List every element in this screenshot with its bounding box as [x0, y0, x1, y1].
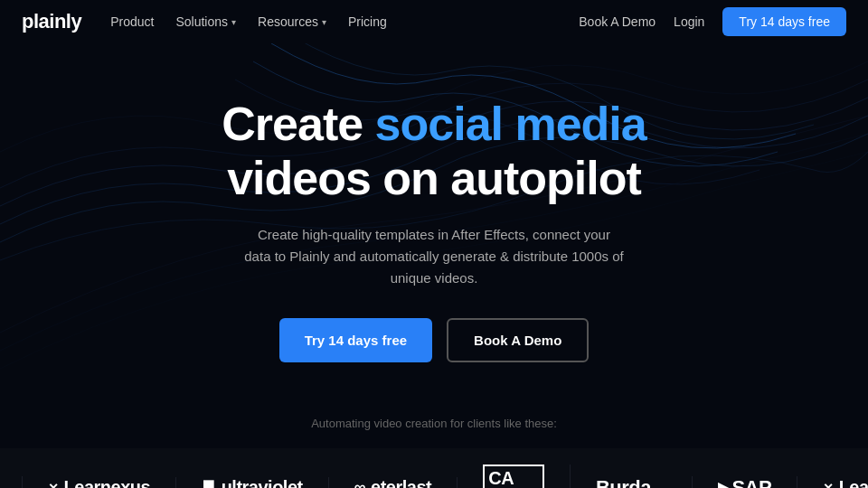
hero-section: Create social media videos on autopilot … — [0, 43, 868, 399]
learnexus-icon: ✕ — [48, 481, 59, 488]
client-logo-sap2: ▶ SAP — [693, 476, 797, 488]
client-burda-text: Burda... — [596, 476, 666, 488]
clients-section: Automating video creation for clients li… — [0, 399, 868, 488]
client-sap2-text: ▶ SAP — [718, 476, 771, 488]
nav-right: Book A Demo Login Try 14 days free — [579, 7, 846, 36]
client-logo-ultraviolet: ⛊ ultraviolet — [176, 477, 329, 488]
logo[interactable]: plainly — [22, 10, 81, 33]
ultraviolet-icon: ⛊ — [202, 480, 216, 488]
client-learnexus2-text: ✕ Learnexus — [823, 477, 868, 488]
clients-label: Automating video creation for clients li… — [0, 417, 868, 430]
learnexus2-icon: ✕ — [823, 481, 834, 488]
chevron-down-icon: ▾ — [231, 17, 236, 27]
nav-item-resources[interactable]: Resources ▾ — [258, 14, 326, 29]
client-learnexus-text: ✕ Learnexus — [48, 477, 150, 488]
client-logo-sap: ▶ SAP — [0, 476, 23, 488]
hero-buttons: Try 14 days free Book A Demo — [222, 318, 646, 362]
nav-item-pricing[interactable]: Pricing — [348, 14, 387, 29]
nav-link-product[interactable]: Product — [110, 14, 154, 29]
nav-left: plainly Product Solutions ▾ Resources ▾ — [22, 10, 387, 33]
nav-link-solutions[interactable]: Solutions ▾ — [175, 14, 236, 29]
hero-demo-button[interactable]: Book A Demo — [447, 318, 589, 362]
client-ultraviolet-text: ⛊ ultraviolet — [202, 477, 303, 488]
headline-highlight-text: social media — [375, 98, 646, 150]
client-logo-burda: Burda... — [571, 476, 693, 488]
chevron-down-icon: ▾ — [322, 17, 326, 27]
nav-link-resources[interactable]: Resources ▾ — [258, 14, 326, 29]
client-logo-eterlast: ∞ eterlast — [329, 477, 458, 488]
hero-headline: Create social media videos on autopilot — [222, 98, 646, 206]
nav-links: Product Solutions ▾ Resources ▾ Pricing — [110, 14, 387, 29]
client-cady-text: CA DY — [483, 465, 544, 488]
clients-logos: ▶ SAP ✕ Learnexus ⛊ ultraviolet ∞ eterla… — [0, 448, 868, 488]
hero-try-button[interactable]: Try 14 days free — [279, 318, 432, 362]
headline-end-text: videos on autopilot — [227, 152, 641, 204]
eterlast-icon: ∞ — [354, 478, 365, 488]
nav-book-demo-link[interactable]: Book A Demo — [579, 14, 656, 29]
nav-login-link[interactable]: Login — [674, 14, 704, 29]
client-eterlast-text: ∞ eterlast — [354, 477, 432, 488]
hero-content: Create social media videos on autopilot … — [222, 98, 646, 362]
client-logo-learnexus: ✕ Learnexus — [23, 477, 176, 488]
hero-subtext: Create high-quality templates in After E… — [244, 224, 624, 289]
nav-try-button[interactable]: Try 14 days free — [722, 7, 846, 36]
nav-item-product[interactable]: Product — [110, 14, 154, 29]
nav-item-solutions[interactable]: Solutions ▾ — [175, 14, 236, 29]
nav-link-pricing[interactable]: Pricing — [348, 14, 387, 29]
navbar: plainly Product Solutions ▾ Resources ▾ — [0, 0, 868, 43]
client-logo-cady: CA DY — [458, 465, 571, 488]
sap2-icon: ▶ — [718, 479, 729, 488]
headline-plain-text: Create — [222, 98, 374, 150]
client-logo-learnexus2: ✕ Learnexus — [797, 477, 868, 488]
